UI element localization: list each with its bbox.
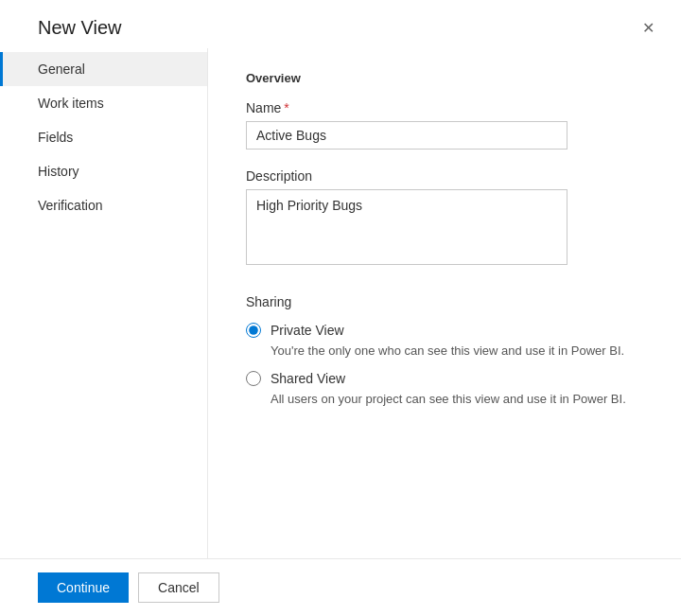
- radio-desc-private: You're the only one who can see this vie…: [271, 343, 643, 358]
- sharing-title: Sharing: [246, 294, 643, 309]
- sharing-section: Sharing Private View You're the only one…: [246, 294, 643, 419]
- description-field-group: Description High Priority Bugs: [246, 168, 643, 268]
- sidebar-item-fields[interactable]: Fields: [0, 120, 207, 154]
- continue-button[interactable]: Continue: [38, 572, 129, 603]
- dialog-footer: Continue Cancel: [0, 558, 681, 616]
- sidebar-label-fields: Fields: [38, 130, 73, 145]
- radio-desc-shared: All users on your project can see this v…: [271, 392, 643, 406]
- sidebar: General Work items Fields History Verifi…: [0, 48, 208, 558]
- sidebar-item-verification[interactable]: Verification: [0, 188, 207, 222]
- sidebar-label-verification: Verification: [38, 198, 102, 213]
- overview-section-title: Overview: [246, 71, 643, 85]
- radio-shared[interactable]: [246, 371, 261, 386]
- new-view-dialog: New View ✕ General Work items Fields His…: [0, 0, 681, 616]
- sidebar-label-general: General: [38, 62, 85, 77]
- name-label: Name*: [246, 100, 643, 115]
- required-star: *: [284, 100, 288, 115]
- name-field-group: Name*: [246, 100, 643, 150]
- sidebar-label-work-items: Work items: [38, 96, 104, 111]
- radio-option-shared[interactable]: Shared View: [246, 371, 643, 386]
- dialog-header: New View ✕: [0, 0, 681, 48]
- name-input[interactable]: [246, 121, 568, 150]
- dialog-title: New View: [38, 17, 122, 39]
- radio-group-private: Private View You're the only one who can…: [246, 323, 643, 358]
- sidebar-label-history: History: [38, 164, 79, 179]
- sidebar-item-work-items[interactable]: Work items: [0, 86, 207, 120]
- radio-label-private: Private View: [271, 323, 344, 338]
- main-content: Overview Name* Description High Priority…: [208, 48, 681, 558]
- cancel-button[interactable]: Cancel: [138, 572, 219, 603]
- dialog-body: General Work items Fields History Verifi…: [0, 48, 681, 558]
- description-label: Description: [246, 168, 643, 184]
- radio-label-shared: Shared View: [271, 371, 345, 386]
- radio-private[interactable]: [246, 323, 261, 338]
- sidebar-item-history[interactable]: History: [0, 154, 207, 188]
- description-input[interactable]: High Priority Bugs: [246, 189, 568, 265]
- radio-group-shared: Shared View All users on your project ca…: [246, 371, 643, 406]
- sidebar-item-general[interactable]: General: [0, 52, 207, 86]
- close-button[interactable]: ✕: [635, 15, 662, 41]
- radio-option-private[interactable]: Private View: [246, 323, 643, 338]
